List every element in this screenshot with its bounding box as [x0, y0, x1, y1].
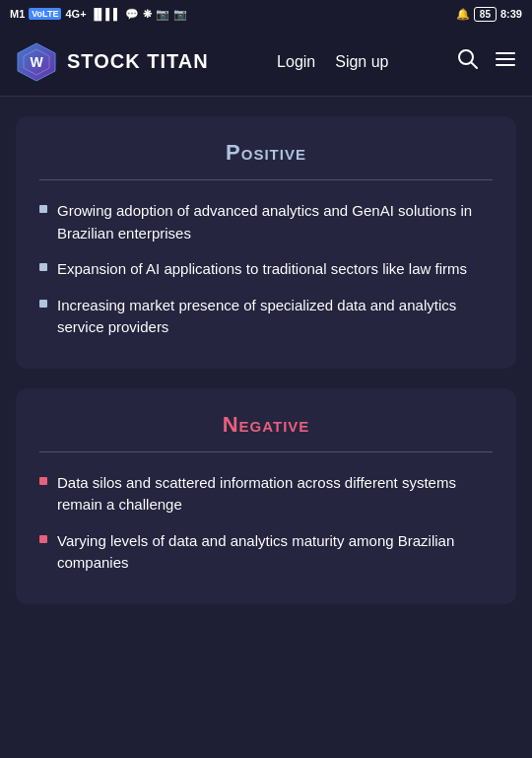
list-item: Varying levels of data and analytics mat… [39, 530, 493, 575]
volte-label: VoLTE [29, 8, 61, 20]
negative-card: Negative Data silos and scattered inform… [16, 388, 516, 604]
list-item: Expansion of AI applications to traditio… [39, 258, 493, 281]
status-right: 🔔 85 8:39 [456, 7, 522, 22]
negative-bullet-2: Varying levels of data and analytics mat… [57, 530, 493, 575]
negative-card-title: Negative [39, 412, 493, 438]
navbar: W STOCK TITAN Login Sign up [0, 28, 532, 97]
list-item: Growing adoption of advanced analytics a… [39, 200, 493, 244]
list-item: Data silos and scattered information acr… [39, 472, 493, 517]
positive-card-divider [39, 179, 493, 180]
bullet-marker [39, 205, 47, 213]
logo-text: STOCK TITAN [67, 50, 209, 73]
nav-icons [457, 48, 516, 75]
status-bar: M1 VoLTE 4G+ ▐▌▌▌ 💬 ❋ 📷 📷 🔔 85 8:39 [0, 0, 532, 28]
nav-links: Login Sign up [277, 53, 388, 71]
positive-bullet-1: Growing adoption of advanced analytics a… [57, 200, 493, 244]
search-icon[interactable] [457, 48, 479, 75]
positive-bullet-list: Growing adoption of advanced analytics a… [39, 200, 493, 339]
positive-card: Positive Growing adoption of advanced an… [16, 116, 516, 369]
alarm-icon: 🔔 [456, 8, 470, 21]
main-content: Positive Growing adoption of advanced an… [0, 97, 532, 758]
positive-bullet-2: Expansion of AI applications to traditio… [57, 258, 467, 281]
whatsapp-icon: 💬 [125, 8, 139, 21]
network-label: 4G+ [65, 8, 86, 20]
bullet-marker [39, 263, 47, 271]
logo-icon: W [16, 41, 57, 83]
signal-icon: ▐▌▌▌ [91, 8, 121, 20]
svg-line-4 [471, 63, 477, 69]
negative-card-divider [39, 451, 493, 452]
menu-icon[interactable] [495, 48, 516, 75]
battery-level: 85 [480, 9, 491, 20]
carrier-label: M1 [10, 8, 25, 20]
logo-area: W STOCK TITAN [16, 41, 209, 83]
svg-text:W: W [30, 54, 43, 70]
negative-bullet-list: Data silos and scattered information acr… [39, 472, 493, 575]
time-label: 8:39 [500, 8, 522, 20]
login-link[interactable]: Login [277, 53, 315, 71]
status-left: M1 VoLTE 4G+ ▐▌▌▌ 💬 ❋ 📷 📷 [10, 8, 187, 21]
bullet-marker [39, 300, 47, 308]
positive-card-title: Positive [39, 140, 493, 166]
bullet-marker [39, 477, 47, 485]
list-item: Increasing market presence of specialize… [39, 295, 493, 339]
bullet-marker [39, 535, 47, 543]
negative-bullet-1: Data silos and scattered information acr… [57, 472, 493, 517]
camera-icon: 📷 [156, 8, 169, 21]
signup-link[interactable]: Sign up [335, 53, 388, 71]
camera-icon-2: 📷 [173, 8, 187, 21]
positive-bullet-3: Increasing market presence of specialize… [57, 295, 493, 339]
app-icon-1: ❋ [143, 8, 152, 21]
battery-indicator: 85 [474, 7, 497, 22]
